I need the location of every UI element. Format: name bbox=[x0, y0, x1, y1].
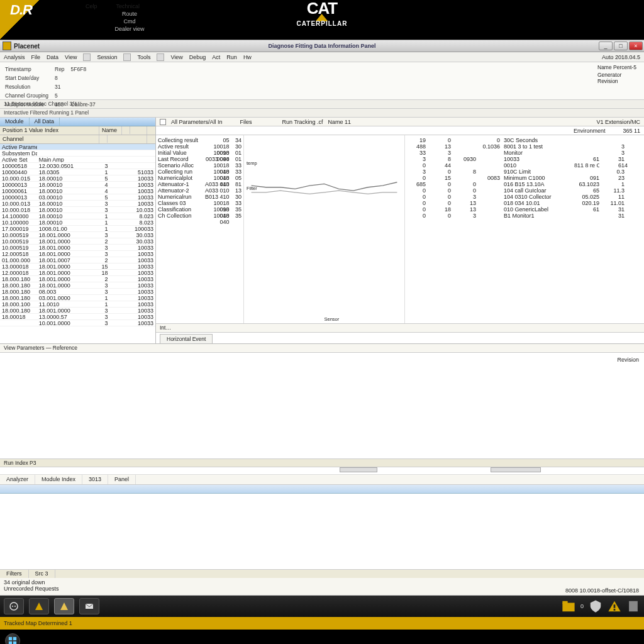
tab-analyzer[interactable]: Analyzer bbox=[0, 475, 35, 484]
taskbar-app-active-icon[interactable] bbox=[54, 598, 74, 614]
table-row[interactable]: 10.000.01518.00010510033 bbox=[0, 175, 155, 182]
table-row[interactable]: 18.000.18018.001.0000210033 bbox=[0, 276, 155, 282]
list-item[interactable]: Classification10018 04035 bbox=[158, 206, 242, 213]
table-row[interactable]: 13.00001818.001.00001510033 bbox=[0, 264, 155, 270]
grid-col-1[interactable]: Position 1 Value Index bbox=[0, 126, 99, 135]
list-item[interactable]: Classes 0310018 09033 bbox=[158, 200, 242, 206]
taskbar-chat-icon[interactable] bbox=[4, 598, 24, 614]
sort-icon[interactable] bbox=[102, 135, 108, 143]
table-row[interactable]: 12.00001818.001.00001810033 bbox=[0, 270, 155, 276]
list-item[interactable]: 003B1 Monitor131 bbox=[407, 213, 642, 219]
list-item[interactable]: Numericalplot10018 04005 bbox=[158, 175, 242, 181]
table-row[interactable]: 18.000.10011.0010110033 bbox=[0, 301, 155, 308]
menu-item[interactable]: View bbox=[170, 54, 182, 60]
grid-body[interactable]: Active Parameter ItemSubsystem DataActiv… bbox=[0, 144, 155, 343]
menu-item[interactable]: Analysis bbox=[4, 54, 25, 60]
tray-shield-icon[interactable] bbox=[589, 599, 602, 613]
menu-item[interactable]: Debug bbox=[189, 54, 206, 60]
taskbar-app-icon[interactable] bbox=[29, 598, 49, 614]
minimize-button[interactable]: _ bbox=[599, 42, 613, 50]
list-item[interactable]: Attenuator-1A033 41381 bbox=[158, 181, 242, 187]
menu-item[interactable]: Hw bbox=[243, 54, 252, 60]
tab-all-data[interactable]: All Data bbox=[30, 118, 60, 126]
list-item[interactable]: 380930100336131 bbox=[407, 156, 642, 162]
list-item[interactable]: 68500016 B15 13.10A63.10231 bbox=[407, 181, 642, 187]
menu-item[interactable]: Act bbox=[212, 54, 220, 60]
list-item[interactable]: 190030C Seconds bbox=[407, 137, 642, 143]
grid-col-3[interactable] bbox=[122, 126, 147, 135]
table-row[interactable]: 10.000.01318.00010310033 bbox=[0, 201, 155, 207]
slider-track[interactable] bbox=[0, 467, 644, 475]
tab-3013[interactable]: 3013 bbox=[82, 475, 108, 484]
tray-folder-icon[interactable] bbox=[562, 599, 575, 613]
list-item[interactable]: 000104 call GuIcloar6511.3 bbox=[407, 187, 642, 194]
tab-module-index[interactable]: Module Index bbox=[35, 475, 82, 484]
table-row[interactable]: Active SetMain Amp bbox=[0, 157, 155, 163]
list-item[interactable]: 0150083Minimum C100009123 bbox=[407, 175, 642, 181]
table-row[interactable]: 1000006118.00010410033 bbox=[0, 188, 155, 194]
toolbar-icon[interactable] bbox=[123, 53, 131, 61]
maximize-button[interactable]: □ bbox=[614, 42, 628, 50]
table-row[interactable]: 1000044018.0305151033 bbox=[0, 169, 155, 175]
chart-area[interactable]: temp Sensor Filter bbox=[244, 135, 405, 323]
table-row[interactable]: 18.0001813.0000.57310033 bbox=[0, 314, 155, 320]
list-item[interactable]: NumericalrunB013 41030 bbox=[158, 194, 242, 200]
table-row[interactable]: 10.00051918.001.0000310033 bbox=[0, 245, 155, 251]
start-button[interactable] bbox=[5, 633, 20, 644]
menu-item[interactable]: View bbox=[65, 54, 77, 60]
tab-panel[interactable]: Panel bbox=[108, 475, 136, 484]
table-row[interactable]: 1000001318.00010410033 bbox=[0, 182, 155, 188]
menu-item[interactable]: Session bbox=[97, 54, 117, 60]
list-item[interactable]: Last Record0033 04401 bbox=[158, 156, 242, 162]
slider-thumb-1[interactable] bbox=[340, 467, 377, 472]
table-row[interactable]: 18.000.18018.001.0000310033 bbox=[0, 282, 155, 289]
tab-filters[interactable]: Filters bbox=[0, 570, 29, 578]
list-item[interactable]: Initial Value10018 009001 bbox=[158, 150, 242, 156]
toolbar-icon[interactable] bbox=[157, 53, 164, 61]
list-item[interactable]: 0440010811 8 re C100614 bbox=[407, 162, 642, 169]
window-titlebar[interactable]: Placenet Diagnose Fitting Data Informati… bbox=[0, 40, 644, 52]
taskbar-mail-icon[interactable] bbox=[79, 598, 99, 614]
table-row[interactable]: 10.001.0000310033 bbox=[0, 320, 155, 326]
menu-item[interactable]: Run bbox=[226, 54, 237, 60]
table-row[interactable]: 10.00051918.001.0000330.033 bbox=[0, 232, 155, 238]
menu-item[interactable]: Data bbox=[47, 54, 58, 60]
table-row[interactable]: Active Parameter Item bbox=[0, 144, 155, 150]
slider-thumb-2[interactable] bbox=[491, 467, 541, 472]
toolbar-icon[interactable] bbox=[83, 53, 91, 61]
close-button[interactable]: × bbox=[629, 42, 643, 50]
table-row[interactable]: 12.00051818.001.0000310033 bbox=[0, 251, 155, 257]
list-item[interactable]: 01813010 GenericLabel6131 bbox=[407, 206, 642, 213]
tray-device-icon[interactable] bbox=[626, 599, 640, 613]
list-item[interactable]: 003104 0310 Collector05.02511 bbox=[407, 194, 642, 200]
list-item[interactable]: 308910C Limit0.3 bbox=[407, 169, 642, 175]
table-row[interactable]: 1000001303.00010510033 bbox=[0, 194, 155, 201]
menu-item[interactable]: File bbox=[31, 54, 41, 60]
table-row[interactable]: 18.000.18003.001.0000110033 bbox=[0, 295, 155, 301]
parameter-table[interactable]: Collecting result0534Active result10018 … bbox=[156, 135, 244, 323]
list-item[interactable]: Collecting result0534 bbox=[158, 137, 242, 143]
table-row[interactable]: Subsystem Data bbox=[0, 150, 155, 157]
checkbox-all-parameters[interactable] bbox=[160, 119, 166, 125]
list-item[interactable]: 0013018 034 10.01020.1911.01 bbox=[407, 200, 642, 206]
list-item[interactable]: Active result10018 009030 bbox=[158, 143, 242, 150]
menu-item[interactable]: Tools bbox=[137, 54, 150, 60]
table-row[interactable]: 18.000.18008.003310033 bbox=[0, 289, 155, 295]
list-item[interactable]: Ch Collection10018 04035 bbox=[158, 213, 242, 219]
table-row[interactable]: 01.000.00018.001.0007210033 bbox=[0, 257, 155, 264]
tab-module[interactable]: Module bbox=[0, 118, 30, 126]
list-item[interactable]: Collecting run10018 04033 bbox=[158, 169, 242, 175]
table-row[interactable]: 10.000.01818.00010310.033 bbox=[0, 207, 155, 213]
filter-icon[interactable] bbox=[125, 126, 130, 134]
table-row[interactable]: 18.000.18018.001.0000310033 bbox=[0, 308, 155, 314]
list-item[interactable]: 333Monitor3 bbox=[407, 150, 642, 156]
table-row[interactable]: 10.10000018.0001018.023 bbox=[0, 219, 155, 226]
tab-src[interactable]: Src 3 bbox=[29, 570, 55, 578]
table-row[interactable]: 1000051812.0030.05013 bbox=[0, 163, 155, 169]
table-row[interactable]: 10.00051918.001.0000230.033 bbox=[0, 238, 155, 245]
tray-warning-icon[interactable] bbox=[608, 599, 621, 613]
list-item[interactable]: 488130.10368001 3 to 1 test3 bbox=[407, 143, 642, 150]
tab-horizontal-event[interactable]: Horizontal Event bbox=[160, 334, 213, 343]
grid-col-2[interactable]: Name bbox=[99, 126, 122, 135]
table-row[interactable]: 14.10000018.0001018.023 bbox=[0, 213, 155, 219]
